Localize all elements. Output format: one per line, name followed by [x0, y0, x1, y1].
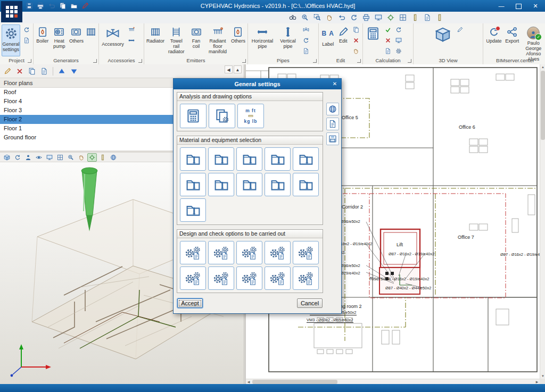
zoom-3d-icon[interactable]: [66, 153, 76, 162]
design-option-6[interactable]: [180, 266, 206, 290]
resources-folder-icon[interactable]: [69, 2, 79, 10]
display-config-icon[interactable]: [45, 153, 54, 162]
equipment-library-1[interactable]: [180, 147, 206, 171]
copy-drawing-icon[interactable]: [58, 2, 68, 10]
towel-rail-radiator-button[interactable]: Towel rail radiator: [166, 24, 186, 56]
edit-floor-icon[interactable]: [2, 66, 13, 76]
calculation-options-icon[interactable]: [393, 46, 403, 56]
design-option-5[interactable]: [293, 241, 319, 264]
edit-resources-icon[interactable]: [80, 2, 90, 10]
bim-user-button[interactable]: ✓ Paulo George Afonso Alves: [522, 24, 545, 56]
print-plan-icon[interactable]: [361, 13, 371, 22]
display-options-icon[interactable]: [373, 13, 383, 22]
equipment-library-3[interactable]: [236, 147, 262, 171]
dialog-close-button[interactable]: ✕: [330, 80, 340, 88]
snap-3d-icon[interactable]: [87, 153, 97, 162]
ortho-icon[interactable]: [410, 13, 420, 22]
save-icon[interactable]: [24, 2, 34, 10]
update-results-icon[interactable]: [393, 25, 403, 35]
app-logo[interactable]: [1, 1, 22, 22]
group-dialog-launcher-icon[interactable]: [408, 59, 411, 63]
cancel-button[interactable]: Cancel: [297, 298, 323, 308]
print-icon[interactable]: [36, 2, 45, 10]
visibility-icon[interactable]: [34, 153, 44, 162]
project-report-icon[interactable]: [21, 36, 31, 45]
radiant-floor-manifold-button[interactable]: Radiant floor manifold: [206, 24, 229, 56]
accept-button[interactable]: Accept: [177, 298, 203, 308]
3d-edit-icon[interactable]: [455, 25, 465, 35]
pipe-valve-icon[interactable]: [301, 25, 311, 35]
design-option-3[interactable]: [236, 241, 262, 264]
layer-list-icon[interactable]: [422, 13, 432, 22]
3d-view-button[interactable]: [432, 24, 454, 56]
redraw-icon[interactable]: [349, 13, 359, 22]
view-cube-icon[interactable]: [2, 153, 12, 162]
web-services-button[interactable]: [326, 103, 339, 115]
equipment-library-4[interactable]: [265, 147, 291, 171]
boiler-button[interactable]: Boiler: [35, 24, 50, 56]
vertical-scroll-thumb[interactable]: [541, 71, 545, 140]
measure-icon[interactable]: [434, 13, 444, 22]
equipment-library-10[interactable]: [293, 173, 319, 196]
pan-icon[interactable]: [324, 13, 334, 22]
results-report-icon[interactable]: [383, 46, 393, 56]
horizontal-scroll-thumb[interactable]: [252, 380, 337, 384]
design-option-1[interactable]: [180, 241, 206, 264]
equipment-library-5[interactable]: [293, 147, 319, 171]
vertical-scrollbar[interactable]: ▲ ▼: [540, 64, 545, 379]
move-down-icon[interactable]: [69, 66, 79, 76]
label-button[interactable]: B A Label: [320, 24, 335, 56]
web-3d-icon[interactable]: [109, 153, 118, 162]
group-dialog-launcher-icon[interactable]: [357, 59, 361, 63]
maximize-button[interactable]: [510, 1, 526, 11]
zoom-window-icon[interactable]: [312, 13, 322, 22]
check-design-icon[interactable]: [383, 25, 393, 35]
move-up-icon[interactable]: [56, 66, 67, 76]
errors-icon[interactable]: [383, 36, 393, 45]
orbit-icon[interactable]: [13, 153, 22, 162]
equipment-library-11[interactable]: [180, 198, 206, 222]
walkthrough-icon[interactable]: [23, 153, 33, 162]
design-option-9[interactable]: [265, 266, 291, 290]
previous-view-icon[interactable]: [336, 13, 346, 22]
group-dialog-launcher-icon[interactable]: [138, 59, 142, 63]
export-settings-button[interactable]: [326, 118, 339, 130]
fan-coil-button[interactable]: Fan coil: [187, 24, 205, 56]
generator-extra-button[interactable]: [85, 24, 97, 56]
export-button[interactable]: Export: [504, 24, 520, 56]
measure-3d-icon[interactable]: [98, 153, 108, 162]
object-snap-icon[interactable]: [385, 13, 395, 22]
design-option-8[interactable]: [236, 266, 262, 290]
accessory-manifold-icon[interactable]: [126, 25, 136, 35]
calculation-options-button[interactable]: [180, 104, 207, 128]
design-option-10[interactable]: [293, 266, 319, 290]
edit-move-icon[interactable]: [351, 46, 361, 56]
design-option-2[interactable]: [208, 241, 234, 264]
minimize-button[interactable]: —: [493, 1, 509, 11]
grid-icon[interactable]: [398, 13, 408, 22]
edit-copy-icon[interactable]: [351, 25, 361, 35]
copy-floor-icon[interactable]: [27, 66, 37, 76]
heat-pump-button[interactable]: Heat pump: [51, 24, 68, 56]
generators-others-button[interactable]: Others: [69, 24, 84, 56]
emitters-others-button[interactable]: Others: [230, 24, 246, 56]
equipment-library-9[interactable]: [265, 173, 291, 196]
expand-panel-icon[interactable]: ▲: [234, 65, 242, 73]
collapse-panel-icon[interactable]: ◀: [225, 65, 233, 73]
group-dialog-launcher-icon[interactable]: [28, 59, 31, 63]
project-sync-icon[interactable]: [21, 25, 31, 35]
design-option-4[interactable]: [265, 241, 291, 264]
radiator-button[interactable]: Radiator: [146, 24, 165, 56]
edit-button[interactable]: Edit: [336, 24, 350, 56]
pan-3d-icon[interactable]: [77, 153, 86, 162]
edit-delete-icon[interactable]: [351, 36, 361, 45]
equipment-library-7[interactable]: [208, 173, 234, 196]
pipe-info-icon[interactable]: [301, 46, 311, 56]
calculate-button[interactable]: [365, 24, 382, 56]
equipment-library-6[interactable]: [180, 173, 206, 196]
grid-3d-icon[interactable]: [55, 153, 65, 162]
dialog-title-bar[interactable]: General settings ✕: [174, 79, 341, 89]
horizontal-pipe-button[interactable]: Horizontal pipe: [250, 24, 275, 56]
search-icon[interactable]: [287, 13, 298, 22]
undo-icon[interactable]: [47, 2, 56, 10]
